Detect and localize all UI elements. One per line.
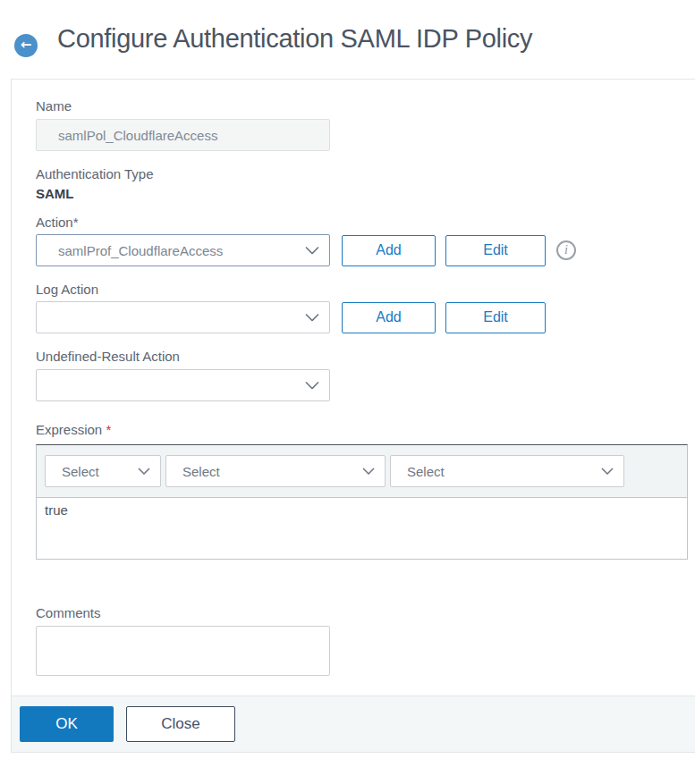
info-icon[interactable]: i <box>556 240 576 260</box>
chevron-down-icon <box>305 382 319 390</box>
log-action-edit-button[interactable]: Edit <box>445 302 546 333</box>
action-select-value: samlProf_CloudflareAccess <box>58 243 223 258</box>
log-action-add-button[interactable]: Add <box>342 302 436 333</box>
expression-operator-select-3[interactable]: Select <box>390 455 624 487</box>
chevron-down-icon <box>305 247 319 255</box>
chevron-down-icon <box>601 468 614 475</box>
required-asterisk: * <box>106 422 111 437</box>
expression-label-text: Expression <box>36 422 102 437</box>
back-arrow-icon: ← <box>21 38 32 52</box>
expression-operator-select-3-value: Select <box>407 464 445 479</box>
log-action-row: Add Edit <box>36 301 695 333</box>
page-header: ← Configure Authentication SAML IDP Poli… <box>0 0 695 79</box>
undefined-action-select[interactable] <box>36 369 330 401</box>
action-select[interactable]: samlProf_CloudflareAccess <box>36 234 330 266</box>
expression-operator-select-1-value: Select <box>62 464 99 479</box>
form-body: Name Authentication Type SAML Action* sa… <box>12 80 695 676</box>
form-footer: OK Close <box>12 695 695 752</box>
back-button[interactable]: ← <box>14 34 38 57</box>
undefined-action-label: Undefined-Result Action <box>36 349 695 365</box>
action-add-button[interactable]: Add <box>342 235 436 266</box>
comments-label: Comments <box>36 605 695 621</box>
auth-type-label: Authentication Type <box>36 166 695 182</box>
chevron-down-icon <box>305 314 319 322</box>
action-row: samlProf_CloudflareAccess Add Edit i <box>36 234 695 266</box>
expression-toolbar: Select Select Select <box>37 445 687 498</box>
ok-button[interactable]: OK <box>20 706 114 742</box>
expression-input[interactable]: true <box>37 498 687 559</box>
log-action-select[interactable] <box>36 301 330 333</box>
action-label: Action* <box>36 215 695 231</box>
name-label: Name <box>36 98 695 114</box>
config-panel: Name Authentication Type SAML Action* sa… <box>11 79 695 753</box>
expression-operator-select-2-value: Select <box>182 464 220 479</box>
chevron-down-icon <box>138 468 150 475</box>
name-input[interactable] <box>36 119 330 151</box>
expression-editor: Select Select Select <box>36 444 688 560</box>
expression-label: Expression * <box>36 422 695 438</box>
log-action-label: Log Action <box>36 282 695 298</box>
close-button[interactable]: Close <box>126 706 235 742</box>
action-edit-button[interactable]: Edit <box>445 235 546 266</box>
chevron-down-icon <box>362 468 375 475</box>
expression-operator-select-1[interactable]: Select <box>45 455 161 487</box>
auth-type-value: SAML <box>36 186 695 202</box>
comments-input[interactable] <box>36 626 330 676</box>
page-title: Configure Authentication SAML IDP Policy <box>57 24 532 54</box>
expression-operator-select-2[interactable]: Select <box>165 455 386 487</box>
